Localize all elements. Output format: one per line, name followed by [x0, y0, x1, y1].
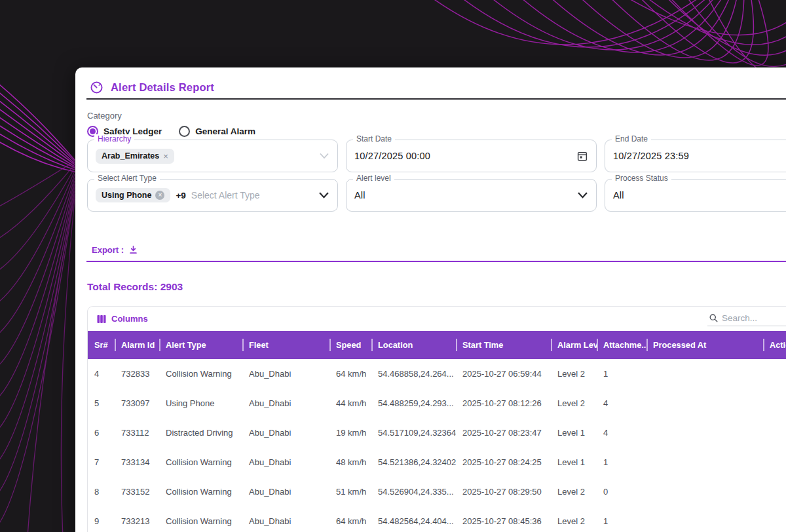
columns-button-label: Columns — [111, 314, 148, 324]
table-cell — [646, 418, 763, 447]
table-cell: Level 1 — [551, 418, 597, 447]
hierarchy-label: Hierarchy — [94, 134, 134, 143]
alert-type-label: Select Alert Type — [94, 174, 160, 183]
table-cell: 54.468858,24.264... — [371, 359, 456, 389]
end-date-label: End Date — [612, 134, 651, 143]
table-cell: 64 km/h — [329, 506, 371, 532]
table-cell — [646, 506, 763, 532]
table-row[interactable]: 9733213Collision WarningAbu_Dhabi64 km/h… — [88, 506, 786, 532]
column-header-6[interactable]: Location — [371, 331, 456, 359]
chip-remove-icon[interactable]: × — [155, 191, 164, 200]
alerts-table: Sr#Alarm IdAlert TypeFleetSpeedLocationS… — [88, 331, 786, 532]
table-cell: 2025-10-27 08:29:50 — [456, 477, 551, 506]
alert-type-placeholder: Select Alert Type — [191, 190, 260, 200]
table-cell: 5 — [88, 389, 115, 418]
table-cell — [646, 477, 763, 506]
chip-remove-icon[interactable]: × — [163, 151, 168, 161]
table-cell: 54.488259,24.293... — [371, 389, 456, 418]
table-cell: 0 — [597, 477, 646, 506]
column-header-5[interactable]: Speed — [329, 331, 371, 359]
start-date-label: Start Date — [353, 134, 395, 143]
column-header-10[interactable]: Processed At — [646, 331, 763, 359]
table-row[interactable]: 7733134Collision WarningAbu_Dhabi48 km/h… — [88, 447, 786, 477]
table-row[interactable]: 6733112Distracted DrivingAbu_Dhabi19 km/… — [88, 418, 786, 447]
total-records: Total Records: 2903 — [87, 281, 183, 293]
alert-type-select[interactable]: Select Alert Type Using Phone × +9 Selec… — [87, 179, 338, 212]
alert-level-select[interactable]: Alert level All — [346, 179, 597, 212]
table-cell: 4 — [88, 359, 115, 389]
column-header-7[interactable]: Start Time — [456, 331, 551, 359]
end-date-value: 10/27/2025 23:59 — [613, 151, 689, 161]
hierarchy-select[interactable]: Hierarchy Arab_Emirates × — [87, 140, 338, 172]
table-cell: 4 — [597, 389, 646, 418]
download-icon[interactable] — [128, 245, 138, 255]
column-header-8[interactable]: Alarm Level — [551, 331, 597, 359]
radio-option-general-alarm[interactable]: General Alarm — [179, 126, 255, 137]
table-cell: Collision Warning — [159, 447, 242, 477]
table-cell: Abu_Dhabi — [242, 418, 329, 447]
table-row[interactable]: 5733097Using PhoneAbu_Dhabi44 km/h54.488… — [88, 389, 786, 418]
table-cell: Level 2 — [551, 359, 597, 389]
table-cell: Abu_Dhabi — [242, 359, 329, 389]
alert-level-label: Alert level — [353, 174, 394, 183]
table-row[interactable]: 4732833Collision WarningAbu_Dhabi64 km/h… — [88, 359, 786, 389]
search-input[interactable] — [722, 313, 786, 323]
table-cell: Abu_Dhabi — [242, 506, 329, 532]
table-cell: Level 2 — [551, 389, 597, 418]
column-header-4[interactable]: Fleet — [242, 331, 329, 359]
chip-label: Arab_Emirates — [102, 151, 159, 161]
table-cell: 1 — [597, 447, 646, 477]
title-divider — [86, 98, 786, 100]
table-cell: 1 — [597, 359, 646, 389]
table-cell — [646, 447, 763, 477]
table-cell: Abu_Dhabi — [242, 447, 329, 477]
column-header-1[interactable]: Sr# — [88, 331, 115, 359]
hierarchy-chip[interactable]: Arab_Emirates × — [96, 149, 174, 164]
table-cell: 48 km/h — [329, 447, 371, 477]
table-cell: 6 — [88, 418, 115, 447]
table-cell: Abu_Dhabi — [242, 477, 329, 506]
export-divider — [86, 261, 786, 262]
table-cell: Abu_Dhabi — [242, 389, 329, 418]
table-cell: 2025-10-27 08:12:26 — [456, 389, 551, 418]
table-cell: Level 1 — [551, 447, 597, 477]
table-cell — [763, 506, 786, 532]
alert-level-value: All — [354, 190, 365, 200]
search-icon — [709, 313, 719, 323]
radio-unselected-icon[interactable] — [179, 126, 190, 137]
table-cell: Level 2 — [551, 506, 597, 532]
end-date-input[interactable]: End Date 10/27/2025 23:59 — [605, 140, 786, 172]
alerts-table-panel: Columns Sr#Alarm IdAlert TypeFleetSpeedL… — [87, 306, 786, 532]
table-cell: 64 km/h — [329, 359, 371, 389]
table-cell: 8 — [88, 477, 115, 506]
table-toolbar: Columns — [88, 307, 786, 331]
page-title: Alert Details Report — [111, 81, 214, 94]
table-row[interactable]: 8733152Collision WarningAbu_Dhabi51 km/h… — [88, 477, 786, 506]
chevron-down-icon — [319, 192, 329, 199]
table-cell: 51 km/h — [329, 477, 371, 506]
table-cell: 7 — [88, 447, 115, 477]
more-chips-count: +9 — [176, 191, 185, 200]
calendar-icon[interactable] — [576, 150, 588, 162]
table-cell: 19 km/h — [329, 418, 371, 447]
table-cell: Collision Warning — [159, 477, 242, 506]
column-header-2[interactable]: Alarm Id — [115, 331, 159, 359]
process-status-label: Process Status — [612, 174, 671, 183]
table-cell — [763, 477, 786, 506]
start-date-value: 10/27/2025 00:00 — [354, 151, 430, 161]
process-status-value: All — [613, 190, 624, 200]
column-header-9[interactable]: Attachme... — [597, 331, 646, 359]
column-header-3[interactable]: Alert Type — [159, 331, 242, 359]
alert-type-chip[interactable]: Using Phone × — [96, 188, 170, 202]
process-status-select[interactable]: Process Status All — [605, 179, 786, 212]
table-cell: 2025-10-27 08:45:36 — [456, 506, 551, 532]
chevron-down-icon — [320, 153, 329, 159]
start-date-input[interactable]: Start Date 10/27/2025 00:00 — [346, 140, 597, 172]
table-cell: 2025-10-27 08:24:25 — [456, 447, 551, 477]
search-box — [707, 312, 786, 326]
table-cell: Level 2 — [551, 477, 597, 506]
column-header-11[interactable]: Action — [763, 331, 786, 359]
table-cell — [763, 389, 786, 418]
columns-button[interactable]: Columns — [97, 314, 148, 324]
radio-label[interactable]: General Alarm — [195, 126, 255, 136]
